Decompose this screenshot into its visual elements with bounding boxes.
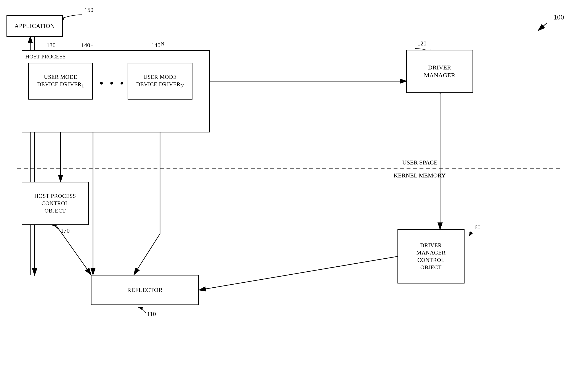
svg-line-16 [200, 256, 398, 290]
dmco-box: DRIVERMANAGERCONTROLOBJECT [398, 230, 464, 284]
application-box: APPLICATION [7, 15, 63, 37]
svg-line-15 [56, 226, 91, 274]
svg-text:N: N [161, 42, 164, 46]
application-label: APPLICATION [14, 22, 55, 30]
ref-110: 110 [147, 311, 156, 317]
ellipsis: • • • [99, 77, 126, 90]
ref-120: 120 [417, 40, 426, 47]
ref-170: 170 [61, 227, 70, 234]
ref-150: 150 [84, 7, 94, 13]
svg-line-12 [134, 234, 160, 274]
ref-1401: 140 [81, 42, 90, 48]
umddN-box: USER MODEDEVICE DRIVERN [128, 63, 192, 99]
svg-line-4 [538, 23, 547, 30]
reflector-box: REFLECTOR [91, 275, 199, 305]
kernel-memory-label: KERNEL MEMORY [394, 172, 446, 179]
host-process-label: HOST PROCESS [25, 53, 66, 60]
hpco-label: HOST PROCESSCONTROLOBJECT [34, 192, 76, 214]
reflector-label: REFLECTOR [127, 286, 163, 294]
driver-manager-label: DRIVERMANAGER [424, 64, 455, 79]
ref-140N: 140 [151, 42, 160, 48]
driver-manager-box: DRIVERMANAGER [406, 50, 473, 93]
ref-100: 100 [554, 13, 564, 21]
umdd1-box: USER MODEDEVICE DRIVER1 [28, 63, 93, 99]
umdd1-label: USER MODEDEVICE DRIVER1 [37, 73, 84, 89]
hpco-box: HOST PROCESSCONTROLOBJECT [22, 182, 89, 225]
umddN-label: USER MODEDEVICE DRIVERN [136, 73, 184, 89]
user-space-label: USER SPACE [402, 159, 438, 166]
dmco-label: DRIVERMANAGERCONTROLOBJECT [417, 242, 446, 271]
svg-text:1: 1 [91, 42, 93, 46]
ref-130: 130 [46, 42, 56, 48]
ref-160: 160 [472, 224, 481, 231]
diagram: USER SPACE KERNEL MEMORY 100 150 130 140… [0, 0, 588, 372]
